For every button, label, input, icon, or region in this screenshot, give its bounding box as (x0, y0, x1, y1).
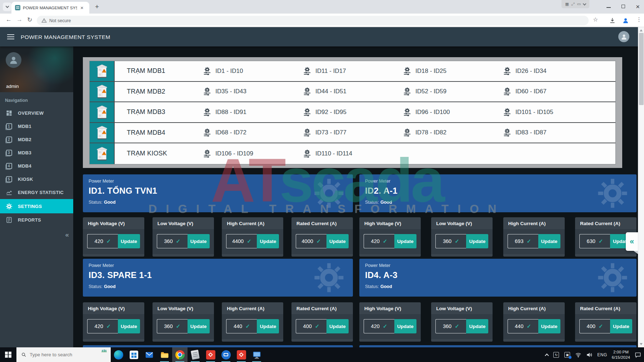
sidebar-item-mdb2[interactable]: 2 MDB2 (0, 133, 73, 146)
update-button[interactable]: Update (394, 234, 416, 248)
taskbar-explorer-icon[interactable] (157, 347, 172, 362)
address-bar[interactable]: Not secure (37, 16, 589, 25)
taskbar-clock[interactable]: 2:00 PM6/15/2024 (612, 349, 630, 360)
update-button[interactable]: Update (466, 319, 488, 333)
avatar[interactable] (6, 52, 21, 68)
setpoint-input[interactable]: 420✓ (364, 319, 394, 333)
station-range-link[interactable]: ID52 - ID59 (403, 87, 503, 96)
grid-icon[interactable]: ▦ (565, 2, 569, 6)
taskbar-chrome-icon[interactable] (172, 347, 188, 362)
sidebar-item-settings[interactable]: SETTINGS (0, 199, 73, 213)
setpoint-input[interactable]: 400✓ (579, 319, 610, 333)
remote-viewer-toolbar[interactable]: ▦ ⤢ ▭ (561, 0, 589, 8)
setpoint-input[interactable]: 440✓ (508, 319, 538, 333)
start-button[interactable] (0, 347, 16, 362)
tray-expand-icon[interactable] (545, 353, 549, 357)
station-range-link[interactable]: ID88 - ID91 (203, 108, 303, 117)
taskbar-search[interactable] (16, 347, 111, 362)
update-button[interactable]: Update (188, 319, 210, 333)
tray-app-icon[interactable]: ↻ (553, 352, 559, 358)
setpoint-input[interactable]: 693✓ (508, 234, 538, 248)
update-button[interactable]: Update (610, 319, 632, 333)
reload-icon[interactable]: ↻ (27, 16, 32, 24)
downloads-icon[interactable] (609, 16, 616, 25)
station-range-link[interactable]: ID101 - ID105 (503, 108, 603, 117)
station-range-link[interactable]: ID96 - ID100 (403, 108, 503, 117)
taskbar-display-icon[interactable] (249, 347, 264, 362)
browser-menu-icon[interactable]: ⋮ (636, 16, 642, 23)
station-range-link[interactable]: ID44 - ID51 (303, 87, 403, 96)
station-range-link[interactable]: ID106 - ID109 (203, 149, 303, 158)
setpoint-input[interactable]: 420✓ (87, 234, 118, 248)
taskbar-edge-icon[interactable] (111, 347, 126, 362)
station-range-link[interactable]: ID60 - ID67 (503, 87, 603, 96)
window-minimize-button[interactable] (606, 7, 611, 8)
sidebar-item-mdb1[interactable]: 1 MDB1 (0, 120, 73, 133)
update-button[interactable]: Update (466, 234, 488, 248)
setpoint-input[interactable]: 440✓ (226, 319, 257, 333)
sidebar-item-energy-statistic[interactable]: ENERGY STATISTIC (0, 186, 73, 199)
station-range-link[interactable]: ID26 - ID34 (503, 66, 603, 76)
scroll-down-icon[interactable] (640, 343, 643, 345)
update-button[interactable]: Update (326, 234, 349, 248)
window-close-button[interactable]: × (636, 3, 640, 10)
setpoint-input[interactable]: 360✓ (157, 319, 188, 333)
station-range-link[interactable]: ID35 - ID43 (203, 87, 303, 96)
side-panel-pull-tab[interactable]: « (626, 232, 638, 251)
language-indicator[interactable]: ENG (597, 352, 607, 357)
update-button[interactable]: Update (538, 319, 560, 333)
setpoint-input[interactable]: 4000✓ (296, 234, 326, 248)
monitor-icon[interactable]: ▭ (577, 2, 580, 6)
back-icon[interactable]: ← (6, 16, 12, 23)
speaker-icon[interactable] (586, 352, 593, 358)
setpoint-input[interactable]: 420✓ (87, 319, 118, 333)
sidebar-item-reports[interactable]: REPORTS (0, 213, 73, 227)
tab-close-icon[interactable]: × (80, 5, 84, 11)
chevron-down-icon[interactable] (583, 2, 586, 5)
sidebar-item-kiosk[interactable]: 5 KIOSK (0, 173, 73, 186)
scrollbar[interactable] (638, 27, 644, 347)
action-center-icon[interactable] (635, 352, 641, 358)
sidebar-collapse-icon[interactable]: « (65, 231, 68, 239)
hamburger-menu-icon[interactable] (7, 34, 14, 39)
update-button[interactable]: Update (257, 319, 279, 333)
setpoint-input[interactable]: 400✓ (296, 319, 326, 333)
browser-profile-icon[interactable] (622, 16, 629, 25)
wifi-icon[interactable] (575, 352, 581, 358)
update-button[interactable]: Update (394, 319, 416, 333)
station-range-link[interactable]: ID110 - ID114 (303, 149, 403, 158)
search-input[interactable] (30, 352, 83, 357)
taskbar-mail-icon[interactable] (141, 347, 157, 362)
tab-search-chevron-icon[interactable] (3, 3, 11, 11)
setpoint-input[interactable]: 630✓ (579, 234, 610, 248)
update-button[interactable]: Update (257, 234, 279, 248)
new-tab-button[interactable]: + (95, 3, 99, 11)
update-button[interactable]: Update (326, 319, 349, 333)
update-button[interactable]: Update (118, 234, 140, 248)
update-button[interactable]: Update (188, 234, 210, 248)
station-range-link[interactable]: ID73 - ID77 (303, 128, 403, 137)
user-avatar[interactable] (618, 31, 629, 42)
taskbar-notes-icon[interactable] (188, 347, 203, 362)
station-range-link[interactable]: ID11 - ID17 (303, 66, 403, 76)
station-range-link[interactable]: ID18 - ID25 (403, 66, 503, 76)
scrollbar-thumb[interactable] (639, 33, 644, 105)
tray-app-badge-icon[interactable]: ▣ (564, 352, 570, 358)
fullscreen-icon[interactable]: ⤢ (571, 2, 575, 6)
sidebar-item-mdb3[interactable]: 3 MDB3 (0, 146, 73, 159)
station-range-link[interactable]: ID83 - ID87 (503, 128, 603, 137)
setpoint-input[interactable]: 4400✓ (226, 234, 257, 248)
station-range-link[interactable]: ID78 - ID82 (403, 128, 503, 137)
taskbar-remote-app-icon[interactable] (203, 347, 218, 362)
sidebar-item-mdb4[interactable]: 4 MDB4 (0, 159, 73, 173)
setpoint-input[interactable]: 420✓ (364, 234, 394, 248)
station-range-link[interactable]: ID68 - ID72 (203, 128, 303, 137)
setpoint-input[interactable]: 360✓ (435, 234, 466, 248)
setpoint-input[interactable]: 360✓ (435, 319, 466, 333)
taskbar-viewer-app-icon[interactable] (218, 347, 234, 362)
update-button[interactable]: Update (118, 319, 140, 333)
browser-tab[interactable]: POWER MANAGEMENT SYSTEM × (11, 2, 89, 14)
station-range-link[interactable]: ID1 - ID10 (203, 66, 303, 76)
window-restore-button[interactable] (621, 5, 625, 8)
forward-icon[interactable]: → (16, 16, 23, 23)
